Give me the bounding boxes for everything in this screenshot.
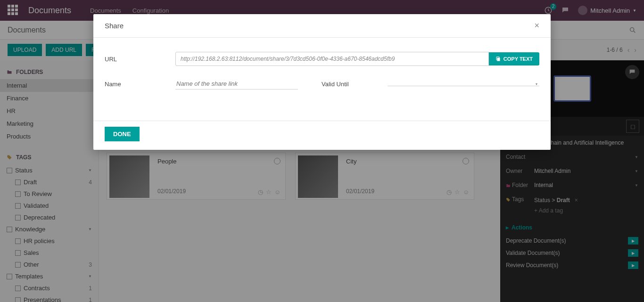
name-input[interactable] (175, 78, 298, 90)
url-input[interactable] (175, 52, 489, 66)
name-label: Name (105, 81, 175, 88)
url-label: URL (105, 56, 175, 63)
valid-until-label: Valid Until (322, 81, 388, 88)
svg-rect-2 (497, 58, 500, 61)
modal-title: Share (105, 22, 534, 30)
done-button[interactable]: DONE (105, 127, 140, 141)
share-modal: Share × URL COPY TEXT Name Valid Until D… (93, 14, 551, 150)
copy-text-button[interactable]: COPY TEXT (489, 52, 539, 65)
valid-until-input[interactable] (388, 82, 539, 86)
close-icon[interactable]: × (534, 21, 539, 31)
